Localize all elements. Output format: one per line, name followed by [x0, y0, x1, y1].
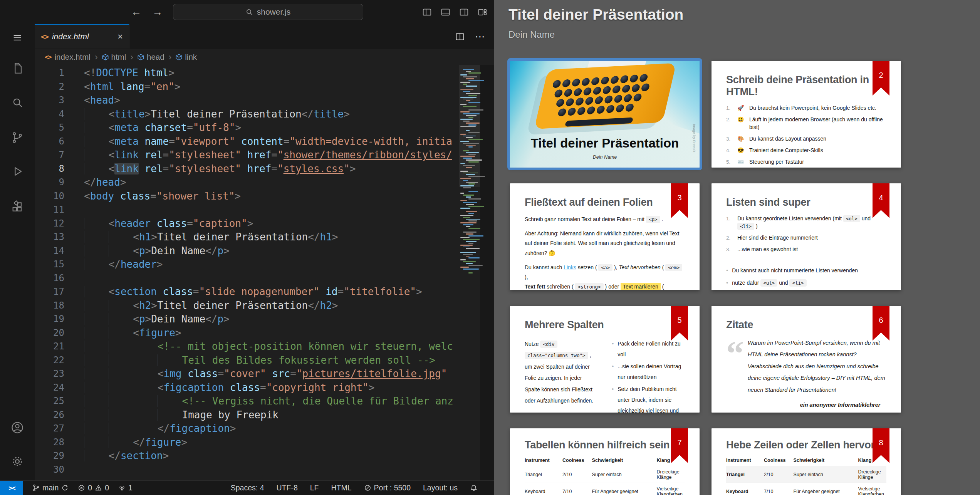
breadcrumb-head[interactable]: head: [138, 52, 164, 62]
forward-icon[interactable]: →: [152, 6, 163, 18]
image-copyright: Image by Freepik: [692, 124, 696, 152]
slide-thumbnail-2[interactable]: 2Schreib deine Präsentation in HTML!1.🚀D…: [712, 61, 901, 168]
tab-label: index.html: [52, 32, 114, 41]
encoding-status[interactable]: UTF-8: [277, 483, 298, 492]
toggle-sidebar-icon[interactable]: [422, 7, 432, 17]
code-line: 19 <p>Dein Name</p>: [35, 312, 459, 326]
indentation-status[interactable]: Spaces: 4: [231, 483, 264, 492]
slide-thumbnail-4[interactable]: 4Listen sind super1.Du kannst geordnete …: [712, 183, 901, 290]
activity-bar: [0, 24, 35, 481]
search-sidebar-icon[interactable]: [0, 96, 35, 109]
radio-tower-icon: [118, 484, 126, 492]
toggle-panel-icon[interactable]: [440, 7, 451, 17]
ports-status[interactable]: 1: [118, 483, 133, 492]
code-line: 4 <title>Titel deiner Präsentation</titl…: [35, 107, 459, 121]
slide-thumbnail-1[interactable]: Titel deiner PräsentationDein NameImage …: [510, 61, 700, 168]
minimap[interactable]: [459, 65, 480, 481]
customize-layout-icon[interactable]: [477, 7, 488, 17]
slide-title: Tabellen können hilfreich sein: [525, 439, 685, 451]
live-server-port[interactable]: Port : 5500: [364, 483, 411, 492]
code-icon: <>: [45, 53, 51, 61]
slide-thumbnail-7[interactable]: 7Tabellen können hilfreich seinInstrumen…: [510, 428, 700, 495]
code-line: 24 <figcaption class="copyright right">: [35, 381, 459, 395]
slide-title: Fließtext auf deinen Folien: [525, 196, 685, 208]
code-line: 3<head>: [35, 94, 459, 107]
slide-grid: Titel deiner PräsentationDein NameImage …: [510, 61, 901, 495]
run-debug-icon[interactable]: [0, 165, 35, 178]
chevron-right-icon: ›: [169, 52, 172, 62]
code-line: 25 <!-- Vergiss nicht, die Quelle für Bi…: [35, 394, 459, 408]
command-center-search[interactable]: shower.js: [173, 4, 363, 20]
warnings-icon: [95, 484, 102, 492]
extensions-icon[interactable]: [0, 200, 35, 213]
code-line: 29 </section>: [35, 449, 459, 463]
menu-icon[interactable]: [0, 32, 35, 43]
problems-status[interactable]: 0 0: [78, 483, 109, 492]
html-file-icon: <>: [41, 32, 48, 41]
code-line: 20 <figure>: [35, 326, 459, 340]
explorer-icon[interactable]: [0, 62, 35, 75]
keyboard-layout-status[interactable]: Layout: us: [423, 483, 458, 492]
slide-thumbnail-3[interactable]: 3Fließtext auf deinen FolienSchreib ganz…: [510, 183, 700, 290]
toggle-secondary-sidebar-icon[interactable]: [459, 7, 469, 17]
slide-thumbnail-8[interactable]: 8Hebe Zeilen oder Zellen hervor...Instru…: [712, 428, 901, 495]
back-icon[interactable]: ←: [131, 6, 141, 18]
code-line: 15 </header>: [35, 258, 459, 272]
breadcrumb: <> index.html › html › head › link: [35, 49, 494, 65]
code-line: 28 </figure>: [35, 436, 459, 450]
notifications-bell-icon[interactable]: [470, 484, 478, 492]
search-placeholder: shower.js: [257, 7, 291, 17]
table-row: Triangel2/10Super einfachDreieckige Klän…: [525, 466, 685, 483]
titlebar: ← → shower.js: [0, 0, 494, 24]
symbol-cube-icon: [138, 54, 144, 60]
tab-index-html[interactable]: <> index.html ×: [35, 24, 129, 49]
code-line: 8 <link rel="stylesheet" href="styles.cs…: [35, 162, 459, 176]
remote-indicator[interactable]: ><: [0, 481, 23, 495]
code-line: 23 <img class="cover" src="pictures/tite…: [35, 367, 459, 381]
vscode-window: ← → shower.js: [0, 0, 494, 495]
more-actions-icon[interactable]: ⋯: [475, 31, 485, 43]
source-control-icon[interactable]: [0, 131, 35, 144]
slide-thumbnail-5[interactable]: 5Mehrere SpaltenNutze <div class="column…: [510, 306, 700, 413]
code-line: 16: [35, 272, 459, 285]
code-line: 2<html lang="en">: [35, 80, 459, 94]
account-icon[interactable]: [0, 421, 35, 435]
tab-bar: <> index.html × ⋯: [35, 24, 494, 49]
quote-mark-icon: “: [726, 340, 741, 408]
code-line: 10<body class="shower list">: [35, 190, 459, 203]
chevron-right-icon: ›: [95, 52, 98, 62]
table-row: Keyboard7/10Für Angeber geeignetVielseit…: [525, 483, 685, 495]
search-icon: [246, 8, 253, 16]
split-editor-icon[interactable]: [455, 32, 465, 42]
code-line: 30: [35, 463, 459, 477]
code-editor[interactable]: 1<!DOCTYPE html>2<html lang="en">3<head>…: [35, 65, 459, 481]
close-tab-icon[interactable]: ×: [117, 31, 123, 42]
table-row: Keyboard7/10Für Angeber geeignetVielseit…: [726, 483, 886, 495]
symbol-cube-icon: [102, 54, 109, 60]
slide-title: Hebe Zeilen oder Zellen hervor...: [726, 439, 886, 451]
language-status[interactable]: HTML: [331, 483, 352, 492]
code-line: 12 <header class="caption">: [35, 217, 459, 231]
git-branch-icon: [32, 484, 40, 492]
settings-gear-icon[interactable]: [0, 455, 35, 468]
code-line: 26 Image by Freepik: [35, 408, 459, 422]
breadcrumb-link[interactable]: link: [176, 52, 197, 62]
instrument-table: InstrumentCoolnessSchwierigkeitKlangTria…: [525, 455, 685, 495]
code-line: 18 <h2>Titel deiner Präsentation</h2>: [35, 299, 459, 313]
code-line: 6 <meta name="viewport" content="width=d…: [35, 135, 459, 149]
slide-author: Dein Name: [510, 154, 700, 160]
errors-icon: [78, 484, 85, 492]
slide-title: Mehrere Spalten: [525, 319, 685, 331]
code-line: 9</head>: [35, 176, 459, 190]
slide-title: Schreib deine Präsentation in HTML!: [726, 74, 886, 98]
slide-thumbnail-6[interactable]: 6Zitate“Warum im PowerPoint-Sumpf versin…: [712, 306, 901, 413]
breadcrumb-file[interactable]: <> index.html: [45, 52, 91, 62]
code-line: 7 <link rel="stylesheet" href="shower/th…: [35, 148, 459, 162]
browser-preview: Titel deiner Präsentation Dein Name Tite…: [494, 0, 980, 495]
breadcrumb-html[interactable]: html: [102, 52, 126, 62]
eol-status[interactable]: LF: [310, 483, 319, 492]
table-row: Triangel2/10Super einfachDreieckige Klän…: [726, 466, 886, 483]
code-line: 5 <meta charset="utf-8">: [35, 121, 459, 135]
code-line: 13 <h1>Titel deiner Präsentation</h1>: [35, 230, 459, 244]
git-branch-status[interactable]: main: [32, 483, 69, 492]
